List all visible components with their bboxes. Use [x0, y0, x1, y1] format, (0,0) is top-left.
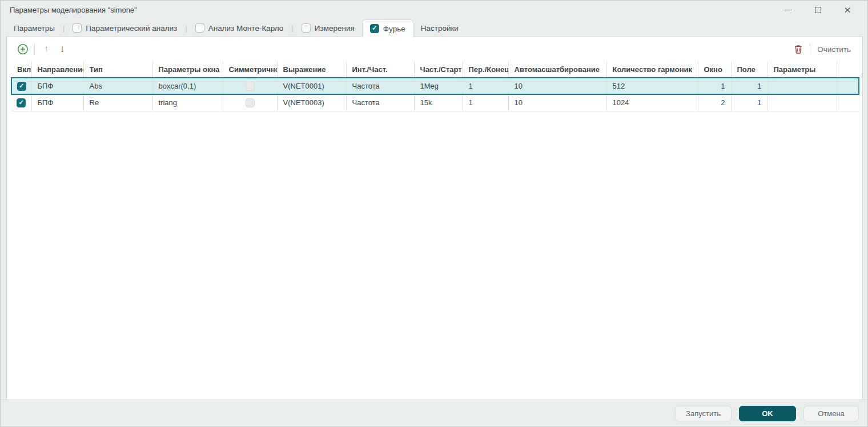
fourier-tab-panel: ↑ ↓ Очистить Вкл.Н — [6, 36, 863, 401]
tab-4[interactable]: Измерения — [294, 19, 362, 37]
add-row-button[interactable] — [15, 41, 31, 57]
cell-type[interactable]: Re — [83, 94, 152, 111]
ok-button[interactable]: OK — [739, 406, 796, 421]
column-header: Поле — [731, 62, 767, 78]
trash-icon — [793, 44, 803, 54]
cell-direction[interactable]: БПФ — [31, 94, 83, 111]
table-header-row: Вкл.НаправлениеТипПараметры окнаСимметри… — [11, 62, 859, 78]
enabled-cell — [11, 78, 31, 94]
cell-field-index[interactable]: 1 — [731, 78, 767, 94]
column-header: Част./Старт — [414, 62, 463, 78]
fourier-table-wrap: Вкл.НаправлениеТипПараметры окнаСимметри… — [7, 62, 862, 111]
enabled-cell — [11, 94, 31, 111]
column-header: Автомасшатбирование — [508, 62, 606, 78]
title-bar: Параметры моделирования "simone" ✕ — [1, 1, 867, 19]
toolbar-separator — [34, 43, 35, 55]
cell-harmonics-count[interactable]: 1024 — [606, 94, 698, 111]
column-header: Симметрично — [223, 62, 277, 78]
tab-6[interactable]: Настройки — [413, 19, 466, 37]
cell-harmonics-count[interactable]: 512 — [606, 78, 698, 94]
unchecked-checkbox-icon[interactable] — [302, 23, 311, 33]
window-controls: ✕ — [782, 4, 858, 17]
dialog-footer: Запустить OK Отмена — [1, 400, 867, 426]
symmetric-cell — [223, 78, 277, 94]
column-header: Инт./Част. — [346, 62, 414, 78]
column-header: Пер./Конец — [463, 62, 508, 78]
column-header: Параметры окна — [152, 62, 223, 78]
column-header: Вкл. — [11, 62, 31, 78]
column-header: Параметры — [767, 62, 837, 78]
enabled-checkbox[interactable] — [17, 82, 26, 91]
cell-expression[interactable]: V(NET0001) — [277, 78, 346, 94]
column-header: Выражение — [277, 62, 346, 78]
tab-label: Измерения — [315, 24, 355, 33]
unchecked-checkbox-icon[interactable] — [195, 23, 204, 33]
circle-plus-icon — [17, 43, 29, 55]
maximize-button[interactable] — [811, 4, 824, 17]
cell-trailing-empty — [837, 94, 859, 111]
cell-window-index[interactable]: 1 — [698, 78, 731, 94]
tab-bar: Параметры|Параметрический анализ|Анализ … — [6, 19, 862, 37]
table-row[interactable]: БПФRetriangV(NET0003)Частота15k110102421 — [11, 94, 859, 111]
cell-parameters[interactable] — [767, 94, 837, 111]
cell-window-params[interactable]: triang — [152, 94, 223, 111]
symmetric-cell — [223, 94, 277, 111]
close-icon: ✕ — [844, 6, 851, 14]
enabled-checkbox[interactable] — [17, 98, 26, 107]
column-header-empty — [837, 62, 859, 78]
cell-window-params[interactable]: boxcar(0,1) — [152, 78, 223, 94]
arrow-down-icon: ↓ — [60, 43, 65, 55]
cell-direction[interactable]: БПФ — [31, 78, 83, 94]
table-toolbar: ↑ ↓ Очистить — [7, 37, 862, 62]
move-down-button[interactable]: ↓ — [54, 41, 70, 57]
cell-freq-start[interactable]: 15k — [414, 94, 463, 111]
delete-row-button[interactable] — [790, 41, 806, 57]
cell-period-end[interactable]: 1 — [463, 78, 508, 94]
tab-label: Параметры — [14, 24, 55, 33]
tab-5[interactable]: Фурье — [362, 19, 413, 37]
cell-window-index[interactable]: 2 — [698, 94, 731, 111]
fourier-table: Вкл.НаправлениеТипПараметры окнаСимметри… — [11, 62, 859, 111]
cell-trailing-empty — [837, 78, 859, 94]
column-header: Направление — [31, 62, 83, 78]
window-title: Параметры моделирования "simone" — [10, 6, 137, 14]
column-header: Количество гармоник — [606, 62, 698, 78]
column-header: Окно — [698, 62, 731, 78]
toolbar-separator — [810, 43, 810, 55]
tab-label: Настройки — [421, 24, 459, 33]
minimize-button[interactable] — [782, 4, 794, 17]
unchecked-checkbox-icon[interactable] — [73, 23, 82, 33]
symmetric-checkbox[interactable] — [246, 98, 255, 107]
move-up-button[interactable]: ↑ — [38, 41, 54, 57]
cancel-button[interactable]: Отмена — [803, 406, 859, 421]
cell-expression[interactable]: V(NET0003) — [277, 94, 346, 111]
tab-label: Параметрический анализ — [86, 24, 177, 33]
tab-label: Анализ Монте-Карло — [208, 24, 284, 33]
cell-period-end[interactable]: 1 — [463, 94, 508, 111]
tab-1[interactable]: Параметры — [6, 19, 62, 37]
cell-autoscale[interactable]: 10 — [508, 78, 606, 94]
run-button[interactable]: Запустить — [675, 406, 732, 421]
tab-3[interactable]: Анализ Монте-Карло — [188, 19, 291, 37]
close-button[interactable]: ✕ — [841, 4, 854, 17]
clear-button[interactable]: Очистить — [814, 45, 854, 54]
symmetric-checkbox[interactable] — [246, 82, 255, 91]
tab-label: Фурье — [383, 25, 405, 33]
cell-interval-freq[interactable]: Частота — [346, 94, 414, 111]
cell-field-index[interactable]: 1 — [731, 94, 767, 111]
minimize-icon — [785, 10, 792, 10]
column-header: Тип — [83, 62, 152, 78]
checked-checkbox-icon[interactable] — [370, 24, 379, 33]
table-row[interactable]: БПФAbsboxcar(0,1)V(NET0001)Частота1Meg11… — [11, 78, 859, 94]
cell-parameters[interactable] — [767, 78, 837, 94]
cell-type[interactable]: Abs — [83, 78, 152, 94]
cell-autoscale[interactable]: 10 — [508, 94, 606, 111]
cell-freq-start[interactable]: 1Meg — [414, 78, 463, 94]
maximize-icon — [815, 7, 821, 13]
tab-2[interactable]: Параметрический анализ — [65, 19, 184, 37]
arrow-up-icon: ↑ — [44, 43, 49, 55]
cell-interval-freq[interactable]: Частота — [346, 78, 414, 94]
